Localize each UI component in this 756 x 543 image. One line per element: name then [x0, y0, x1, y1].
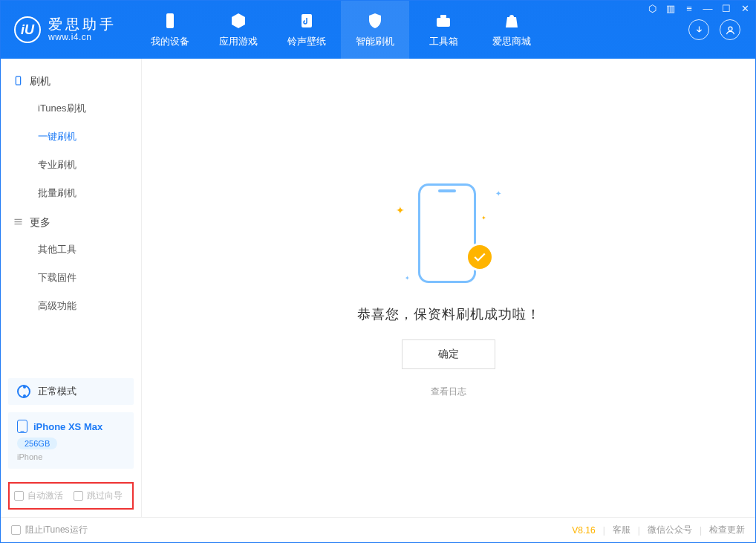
nav-tab-phone[interactable]: 我的设备 [136, 1, 204, 59]
group-title: 刷机 [30, 75, 50, 88]
separator: | [700, 525, 702, 536]
phone-icon [161, 11, 179, 30]
nav-tab-toolbox[interactable]: 工具箱 [409, 1, 478, 59]
sidebar-item[interactable]: 专业刷机 [1, 151, 141, 179]
checkbox[interactable] [14, 491, 24, 501]
device-mode-label: 正常模式 [38, 385, 76, 398]
sparkle-icon: ✦ [405, 275, 410, 282]
footer-link[interactable]: 客服 [613, 524, 630, 536]
menu-icon[interactable]: ≡ [683, 3, 695, 14]
success-illustration: ✦ ✦ ✦ ✦ [400, 178, 497, 289]
brand-domain: www.i4.cn [48, 33, 117, 43]
device-type: iPhone [17, 452, 125, 461]
brand-name: 爱思助手 [48, 16, 117, 33]
checkbox[interactable] [74, 491, 83, 501]
sidebar-group-header[interactable]: 更多 [1, 207, 141, 235]
success-message: 恭喜您，保资料刷机成功啦！ [357, 305, 541, 323]
sidebar-item[interactable]: 一键刷机 [1, 123, 141, 151]
menu-icon [13, 216, 24, 230]
nav-label: 应用游戏 [219, 35, 258, 48]
sidebar-item[interactable]: 高级功能 [1, 292, 141, 320]
nav-label: 智能刷机 [356, 35, 394, 48]
nav-tab-bag[interactable]: 爱思商城 [478, 1, 546, 59]
view-log-link[interactable]: 查看日志 [431, 386, 466, 398]
block-itunes-checkbox[interactable] [11, 525, 21, 535]
sparkle-icon: ✦ [481, 215, 486, 221]
nav-label: 铃声壁纸 [287, 35, 326, 48]
block-itunes-label: 阻止iTunes运行 [25, 524, 88, 536]
main-content: ✦ ✦ ✦ ✦ 恭喜您，保资料刷机成功啦！ 确定 查看日志 [142, 59, 755, 517]
option-label: 自动激活 [27, 490, 63, 502]
skin-icon[interactable]: ⬡ [646, 3, 658, 14]
nav-label: 我的设备 [151, 35, 189, 48]
titlebar: iU 爱思助手 www.i4.cn 我的设备应用游戏铃声壁纸智能刷机工具箱爱思商… [1, 1, 755, 59]
separator: | [638, 525, 640, 536]
minimize-button[interactable]: — [702, 3, 714, 14]
nav-tab-music[interactable]: 铃声壁纸 [273, 1, 341, 59]
sidebar-item[interactable]: 下载固件 [1, 264, 141, 292]
main-nav: 我的设备应用游戏铃声壁纸智能刷机工具箱爱思商城 [136, 1, 546, 59]
footer-link[interactable]: 微信公众号 [648, 524, 692, 536]
nav-label: 工具箱 [429, 35, 458, 48]
brand-logo: iU 爱思助手 www.i4.cn [1, 16, 130, 43]
svg-rect-0 [166, 13, 174, 28]
svg-point-4 [729, 27, 732, 30]
footer-link[interactable]: 检查更新 [709, 524, 745, 536]
group-title: 更多 [30, 216, 50, 230]
nav-tab-shield[interactable]: 智能刷机 [341, 1, 409, 59]
option-label: 跳过向导 [87, 490, 123, 502]
toolbox-icon [434, 11, 452, 30]
flash-options-highlight: 自动激活跳过向导 [8, 482, 134, 510]
download-button[interactable] [688, 19, 709, 40]
maximize-button[interactable]: ☐ [720, 3, 732, 14]
device-mode-box[interactable]: 正常模式 [8, 378, 134, 405]
nav-tab-cube[interactable]: 应用游戏 [204, 1, 273, 59]
checkmark-badge-icon [466, 243, 494, 271]
separator: | [603, 525, 605, 536]
phone-icon [17, 420, 27, 433]
device-name: iPhone XS Max [33, 421, 102, 432]
sparkle-icon: ✦ [495, 189, 501, 198]
sidebar-group-header[interactable]: 刷机 [1, 66, 141, 94]
music-icon [298, 11, 316, 30]
ok-button[interactable]: 确定 [402, 339, 495, 369]
logo-icon: iU [14, 16, 41, 43]
app-window: iU 爱思助手 www.i4.cn 我的设备应用游戏铃声壁纸智能刷机工具箱爱思商… [0, 0, 756, 543]
shield-icon [366, 11, 384, 30]
feedback-icon[interactable]: ▥ [665, 3, 677, 14]
device-box[interactable]: iPhone XS Max 256GB iPhone [8, 412, 134, 469]
sidebar: 刷机iTunes刷机一键刷机专业刷机批量刷机更多其他工具下载固件高级功能 正常模… [1, 59, 142, 517]
bag-icon [503, 11, 521, 30]
flash-option[interactable]: 跳过向导 [74, 490, 123, 502]
svg-rect-3 [440, 15, 446, 18]
close-button[interactable]: ✕ [739, 3, 751, 14]
nav-label: 爱思商城 [492, 35, 531, 48]
sidebar-item[interactable]: 其他工具 [1, 235, 141, 264]
svg-rect-2 [437, 18, 450, 27]
flash-option[interactable]: 自动激活 [14, 490, 63, 502]
cube-icon [229, 11, 247, 30]
sidebar-item[interactable]: iTunes刷机 [1, 94, 141, 123]
sidebar-item[interactable]: 批量刷机 [1, 179, 141, 207]
window-controls: ⬡ ▥ ≡ — ☐ ✕ [646, 3, 751, 14]
svg-rect-5 [16, 77, 20, 85]
refresh-icon [17, 385, 30, 398]
version-label: V8.16 [572, 525, 595, 536]
phone-illustration-icon [418, 183, 476, 283]
status-bar: 阻止iTunes运行 V8.16 |客服|微信公众号|检查更新 [1, 517, 755, 542]
sparkle-icon: ✦ [396, 204, 405, 216]
phone-icon [13, 75, 24, 88]
user-button[interactable] [720, 19, 740, 40]
device-storage: 256GB [17, 438, 57, 449]
